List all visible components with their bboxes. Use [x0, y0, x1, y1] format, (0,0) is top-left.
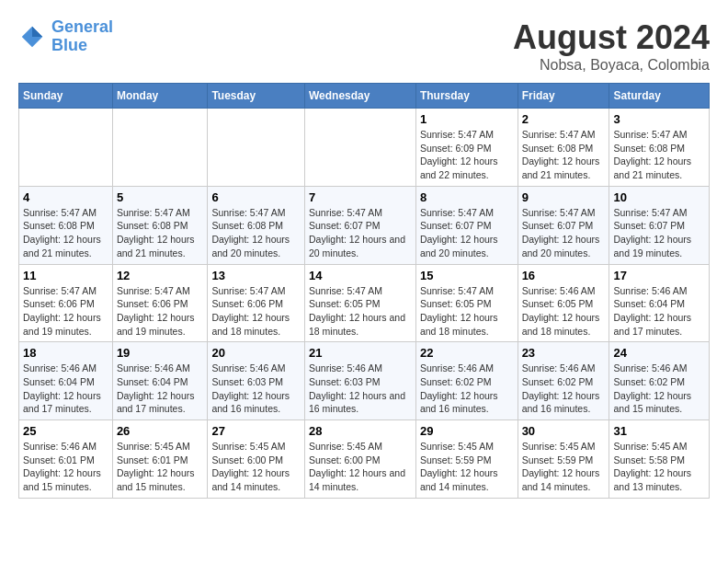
day-number: 3 — [613, 112, 705, 126]
day-number: 19 — [117, 346, 204, 360]
calendar-day-16: 16Sunrise: 5:46 AM Sunset: 6:05 PM Dayli… — [518, 264, 609, 342]
day-number: 13 — [211, 269, 301, 282]
weekday-header-friday: Friday — [518, 84, 609, 109]
day-number: 16 — [522, 269, 606, 282]
calendar-day-3: 3Sunrise: 5:47 AM Sunset: 6:08 PM Daylig… — [609, 109, 710, 187]
day-number: 12 — [117, 269, 204, 282]
calendar-day-23: 23Sunrise: 5:46 AM Sunset: 6:02 PM Dayli… — [518, 342, 609, 420]
calendar-empty — [208, 109, 305, 187]
calendar-day-27: 27Sunrise: 5:45 AM Sunset: 6:00 PM Dayli… — [208, 420, 305, 499]
day-info: Sunrise: 5:46 AM Sunset: 6:04 PM Dayligh… — [117, 362, 204, 416]
day-info: Sunrise: 5:47 AM Sunset: 6:08 PM Dayligh… — [117, 206, 204, 260]
page-header: General Blue August 2024 Nobsa, Boyaca, … — [18, 18, 710, 74]
page-subtitle: Nobsa, Boyaca, Colombia — [513, 57, 710, 74]
calendar-day-15: 15Sunrise: 5:47 AM Sunset: 6:05 PM Dayli… — [415, 264, 518, 342]
calendar-day-21: 21Sunrise: 5:46 AM Sunset: 6:03 PM Dayli… — [304, 342, 415, 420]
day-number: 25 — [23, 424, 108, 438]
calendar-week-2: 4Sunrise: 5:47 AM Sunset: 6:08 PM Daylig… — [19, 186, 710, 264]
day-number: 20 — [211, 346, 301, 360]
day-info: Sunrise: 5:47 AM Sunset: 6:07 PM Dayligh… — [309, 206, 412, 260]
day-number: 27 — [211, 424, 301, 438]
calendar-day-12: 12Sunrise: 5:47 AM Sunset: 6:06 PM Dayli… — [112, 264, 208, 342]
day-number: 5 — [117, 190, 204, 204]
day-info: Sunrise: 5:46 AM Sunset: 6:02 PM Dayligh… — [613, 362, 705, 416]
calendar-week-3: 11Sunrise: 5:47 AM Sunset: 6:06 PM Dayli… — [19, 264, 710, 342]
day-number: 11 — [23, 269, 108, 282]
day-number: 6 — [211, 190, 301, 204]
calendar-day-26: 26Sunrise: 5:45 AM Sunset: 6:01 PM Dayli… — [112, 420, 208, 499]
day-number: 17 — [613, 269, 705, 282]
calendar-week-1: 1Sunrise: 5:47 AM Sunset: 6:09 PM Daylig… — [19, 109, 710, 187]
day-info: Sunrise: 5:46 AM Sunset: 6:02 PM Dayligh… — [522, 362, 606, 416]
weekday-header-saturday: Saturday — [609, 84, 710, 109]
logo-text: General Blue — [51, 18, 113, 55]
calendar-empty — [19, 109, 113, 187]
calendar-day-14: 14Sunrise: 5:47 AM Sunset: 6:05 PM Dayli… — [304, 264, 415, 342]
title-block: August 2024 Nobsa, Boyaca, Colombia — [513, 18, 710, 74]
day-info: Sunrise: 5:45 AM Sunset: 5:59 PM Dayligh… — [522, 440, 606, 494]
day-number: 23 — [522, 346, 606, 360]
calendar-day-1: 1Sunrise: 5:47 AM Sunset: 6:09 PM Daylig… — [415, 109, 518, 187]
calendar-empty — [112, 109, 208, 187]
day-info: Sunrise: 5:46 AM Sunset: 6:04 PM Dayligh… — [23, 362, 108, 416]
day-number: 24 — [613, 346, 705, 360]
day-info: Sunrise: 5:45 AM Sunset: 5:58 PM Dayligh… — [613, 440, 705, 494]
day-info: Sunrise: 5:47 AM Sunset: 6:08 PM Dayligh… — [23, 206, 108, 260]
weekday-header-wednesday: Wednesday — [304, 84, 415, 109]
calendar-day-11: 11Sunrise: 5:47 AM Sunset: 6:06 PM Dayli… — [19, 264, 113, 342]
day-number: 8 — [420, 190, 514, 204]
day-info: Sunrise: 5:47 AM Sunset: 6:07 PM Dayligh… — [522, 206, 606, 260]
calendar-day-6: 6Sunrise: 5:47 AM Sunset: 6:08 PM Daylig… — [208, 186, 305, 264]
day-number: 14 — [309, 269, 412, 282]
day-info: Sunrise: 5:46 AM Sunset: 6:02 PM Dayligh… — [420, 362, 514, 416]
day-number: 22 — [420, 346, 514, 360]
calendar-day-18: 18Sunrise: 5:46 AM Sunset: 6:04 PM Dayli… — [19, 342, 113, 420]
day-info: Sunrise: 5:47 AM Sunset: 6:09 PM Dayligh… — [420, 128, 514, 182]
day-info: Sunrise: 5:45 AM Sunset: 6:00 PM Dayligh… — [211, 440, 301, 494]
day-info: Sunrise: 5:46 AM Sunset: 6:01 PM Dayligh… — [23, 440, 108, 494]
day-number: 26 — [117, 424, 204, 438]
day-info: Sunrise: 5:47 AM Sunset: 6:07 PM Dayligh… — [420, 206, 514, 260]
day-number: 18 — [23, 346, 108, 360]
day-number: 7 — [309, 190, 412, 204]
day-number: 4 — [23, 190, 108, 204]
day-info: Sunrise: 5:45 AM Sunset: 5:59 PM Dayligh… — [420, 440, 514, 494]
calendar-day-20: 20Sunrise: 5:46 AM Sunset: 6:03 PM Dayli… — [208, 342, 305, 420]
calendar-day-8: 8Sunrise: 5:47 AM Sunset: 6:07 PM Daylig… — [415, 186, 518, 264]
calendar-day-4: 4Sunrise: 5:47 AM Sunset: 6:08 PM Daylig… — [19, 186, 113, 264]
day-info: Sunrise: 5:47 AM Sunset: 6:08 PM Dayligh… — [613, 128, 705, 182]
logo-blue: Blue — [51, 36, 87, 54]
day-number: 1 — [420, 112, 514, 126]
calendar-table: SundayMondayTuesdayWednesdayThursdayFrid… — [18, 83, 710, 499]
calendar-day-10: 10Sunrise: 5:47 AM Sunset: 6:07 PM Dayli… — [609, 186, 710, 264]
day-info: Sunrise: 5:45 AM Sunset: 6:01 PM Dayligh… — [117, 440, 204, 494]
day-info: Sunrise: 5:47 AM Sunset: 6:08 PM Dayligh… — [211, 206, 301, 260]
day-info: Sunrise: 5:46 AM Sunset: 6:05 PM Dayligh… — [522, 284, 606, 339]
day-info: Sunrise: 5:47 AM Sunset: 6:08 PM Dayligh… — [522, 128, 606, 182]
calendar-day-17: 17Sunrise: 5:46 AM Sunset: 6:04 PM Dayli… — [609, 264, 710, 342]
calendar-day-2: 2Sunrise: 5:47 AM Sunset: 6:08 PM Daylig… — [518, 109, 609, 187]
day-info: Sunrise: 5:47 AM Sunset: 6:05 PM Dayligh… — [309, 284, 412, 339]
svg-marker-1 — [32, 27, 42, 37]
weekday-header-row: SundayMondayTuesdayWednesdayThursdayFrid… — [19, 84, 710, 109]
calendar-day-7: 7Sunrise: 5:47 AM Sunset: 6:07 PM Daylig… — [304, 186, 415, 264]
weekday-header-thursday: Thursday — [415, 84, 518, 109]
day-info: Sunrise: 5:47 AM Sunset: 6:05 PM Dayligh… — [420, 284, 514, 339]
calendar-week-5: 25Sunrise: 5:46 AM Sunset: 6:01 PM Dayli… — [19, 420, 710, 499]
day-number: 30 — [522, 424, 606, 438]
calendar-week-4: 18Sunrise: 5:46 AM Sunset: 6:04 PM Dayli… — [19, 342, 710, 420]
day-number: 21 — [309, 346, 412, 360]
calendar-day-9: 9Sunrise: 5:47 AM Sunset: 6:07 PM Daylig… — [518, 186, 609, 264]
logo: General Blue — [18, 18, 113, 55]
day-info: Sunrise: 5:47 AM Sunset: 6:06 PM Dayligh… — [117, 284, 204, 339]
weekday-header-monday: Monday — [112, 84, 208, 109]
logo-icon — [18, 23, 46, 51]
calendar-day-24: 24Sunrise: 5:46 AM Sunset: 6:02 PM Dayli… — [609, 342, 710, 420]
calendar-body: 1Sunrise: 5:47 AM Sunset: 6:09 PM Daylig… — [19, 109, 710, 499]
day-number: 29 — [420, 424, 514, 438]
calendar-day-28: 28Sunrise: 5:45 AM Sunset: 6:00 PM Dayli… — [304, 420, 415, 499]
weekday-header-sunday: Sunday — [19, 84, 113, 109]
day-number: 31 — [613, 424, 705, 438]
calendar-day-29: 29Sunrise: 5:45 AM Sunset: 5:59 PM Dayli… — [415, 420, 518, 499]
calendar-day-25: 25Sunrise: 5:46 AM Sunset: 6:01 PM Dayli… — [19, 420, 113, 499]
